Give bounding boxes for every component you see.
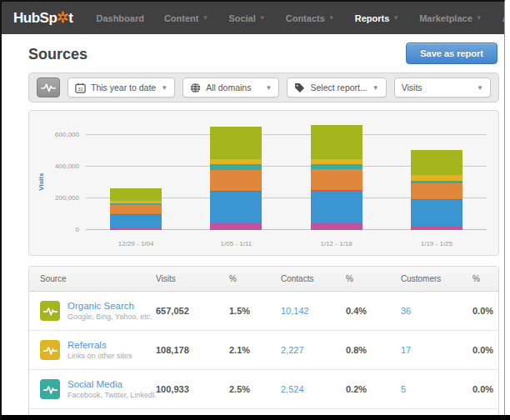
sprocket-icon — [57, 11, 69, 23]
nav-item-reports[interactable]: Reports▼ — [355, 13, 399, 23]
customers-value-link[interactable]: 17 — [401, 345, 472, 355]
stacked-bar[interactable] — [311, 125, 362, 230]
save-as-report-button[interactable]: Save as report — [406, 42, 498, 64]
source-name-link[interactable]: Organic Search — [68, 301, 152, 311]
x-tick-label: 12/29 - 1/04 — [98, 240, 173, 248]
contacts-value-link[interactable]: 10,142 — [281, 306, 346, 316]
pink-segment[interactable] — [411, 226, 462, 230]
chart-plot — [86, 121, 487, 230]
visits-value: 108,178 — [156, 345, 229, 355]
visits-pct-value: 1.5% — [229, 306, 281, 316]
source-pulse-icon — [40, 301, 60, 321]
customers-pct-value: 0.0% — [472, 306, 499, 316]
blue-segment[interactable] — [311, 191, 362, 223]
contacts-pct-value: 0.8% — [346, 345, 401, 355]
col-header-contacts[interactable]: Contacts — [281, 274, 346, 283]
screenshot-bottom-border — [0, 415, 510, 420]
orange-segment[interactable] — [411, 183, 462, 200]
svg-text:31: 31 — [78, 87, 83, 92]
orange-segment[interactable] — [311, 169, 362, 190]
chevron-down-icon: ▼ — [266, 84, 272, 92]
calendar-icon: 31 — [75, 82, 86, 93]
nav-item-dashboard[interactable]: Dashboard — [96, 13, 143, 23]
col-header-visits[interactable]: Visits — [156, 274, 229, 283]
orange-segment[interactable] — [110, 205, 162, 214]
customers-value-link[interactable]: 5 — [401, 384, 472, 394]
green-segment[interactable] — [311, 125, 362, 159]
visits-value: 657,052 — [156, 306, 229, 316]
source-subtitle: Facebook, Twitter, LinkedI... — [68, 391, 156, 399]
y-axis-label: Visits — [38, 172, 45, 190]
metric-dropdown[interactable]: Visits ▼ — [394, 78, 491, 98]
table-row[interactable]: Organic Search Google, Bing, Yahoo, etc.… — [29, 292, 498, 331]
green-segment[interactable] — [110, 188, 162, 202]
chart-type-button[interactable] — [37, 78, 60, 98]
date-range-dropdown[interactable]: 31 This year to date ▼ — [68, 78, 175, 98]
chevron-down-icon: ▼ — [477, 84, 483, 92]
sources-chart: Visits 0200,000400,000600,00012/29 - 1/0… — [28, 110, 499, 256]
green-segment[interactable] — [411, 150, 462, 175]
source-name-link[interactable]: Social Media — [68, 379, 156, 389]
chevron-down-icon: ▼ — [372, 84, 379, 92]
visits-value: 100,933 — [156, 384, 229, 394]
visits-pct-value: 2.1% — [229, 345, 281, 355]
app-window: HubSp t Dashboard Content▼ Social▼ Conta… — [0, 0, 505, 415]
stacked-bar[interactable] — [411, 150, 462, 230]
globe-icon — [190, 82, 201, 93]
sources-table: Source Visits % Contacts % Customers % ⇄… — [28, 266, 499, 415]
contacts-value-link[interactable]: 2,524 — [281, 384, 346, 394]
source-name-link[interactable]: Referrals — [68, 340, 132, 350]
stacked-bar[interactable] — [110, 188, 162, 230]
yellow-segment[interactable] — [411, 175, 462, 181]
col-header-contacts-pct[interactable]: % — [346, 274, 401, 283]
col-header-customers-pct[interactable]: % — [472, 274, 499, 283]
nav-item-contacts[interactable]: Contacts▼ — [286, 13, 335, 23]
logo-text-prefix: HubSp — [13, 10, 57, 27]
table-body: Organic Search Google, Bing, Yahoo, etc.… — [29, 292, 498, 415]
nav-item-social[interactable]: Social▼ — [228, 13, 265, 23]
y-tick-label: 0 — [36, 226, 79, 233]
table-row[interactable]: Referrals Links on other sites 108,178 2… — [29, 331, 498, 370]
chevron-down-icon: ▼ — [476, 14, 482, 22]
pulse-icon — [41, 82, 56, 93]
col-header-customers[interactable]: Customers — [401, 274, 472, 283]
orange-segment[interactable] — [210, 170, 262, 191]
stacked-bar[interactable] — [210, 127, 262, 230]
page-title: Sources — [28, 42, 88, 63]
nav-item-marketplace[interactable]: Marketplace▼ — [419, 13, 482, 23]
pink-segment[interactable] — [210, 223, 262, 230]
domain-dropdown[interactable]: All domains ▼ — [182, 78, 279, 98]
teal-segment[interactable] — [210, 164, 262, 170]
table-row[interactable]: Email Marketing Email links 378,123 1.4%… — [29, 409, 498, 415]
pink-segment[interactable] — [110, 228, 162, 230]
green-segment[interactable] — [210, 127, 262, 159]
blue-segment[interactable] — [110, 215, 162, 229]
table-row[interactable]: Social Media Facebook, Twitter, LinkedI.… — [29, 370, 498, 409]
hubspot-logo[interactable]: HubSp t — [13, 10, 72, 27]
x-tick-label: 1/19 - 1/25 — [399, 240, 474, 248]
col-header-visits-pct[interactable]: % — [229, 274, 281, 283]
chevron-down-icon: ▼ — [202, 14, 208, 22]
blue-segment[interactable] — [411, 200, 462, 226]
top-nav: HubSp t Dashboard Content▼ Social▼ Conta… — [2, 2, 504, 34]
customers-pct-value: 0.0% — [472, 345, 499, 355]
nav-item-content[interactable]: Content▼ — [164, 13, 208, 23]
customers-pct-value: 0.0% — [472, 384, 499, 394]
col-header-source[interactable]: Source — [29, 274, 156, 283]
source-pulse-icon — [40, 379, 60, 399]
report-dropdown[interactable]: Select report... ▼ — [287, 78, 386, 98]
contacts-pct-value: 0.4% — [346, 306, 401, 316]
source-subtitle: Links on other sites — [68, 352, 132, 360]
chevron-down-icon: ▼ — [259, 14, 266, 22]
filter-bar: 31 This year to date ▼ All domains ▼ — [28, 72, 499, 102]
nav-item-academy[interactable]: Academy▼ — [502, 13, 505, 23]
tag-icon — [294, 82, 305, 93]
pink-segment[interactable] — [311, 223, 362, 230]
chevron-down-icon: ▼ — [392, 14, 399, 22]
customers-value-link[interactable]: 36 — [401, 306, 472, 316]
blue-segment[interactable] — [210, 192, 262, 224]
x-tick-label: 1/05 - 1/11 — [198, 240, 273, 248]
y-tick-label: 400,000 — [36, 162, 79, 170]
nav-menu: Dashboard Content▼ Social▼ Contacts▼ Rep… — [96, 13, 505, 23]
contacts-value-link[interactable]: 2,227 — [281, 345, 346, 355]
